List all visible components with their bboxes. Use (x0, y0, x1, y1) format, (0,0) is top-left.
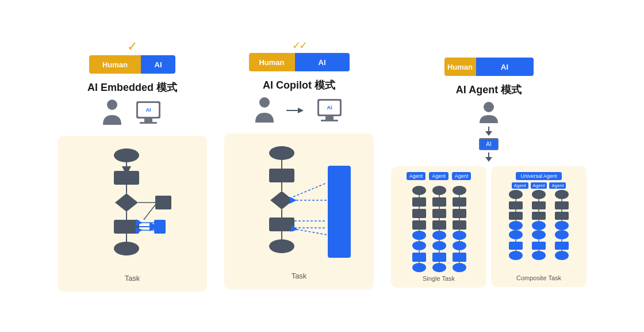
embedded-diagram: Task (57, 136, 207, 292)
embedded-mode-title: AI Embedded 模式 (87, 81, 177, 94)
svg-point-48 (484, 102, 494, 112)
composite-task-label: Composite Task (516, 274, 561, 281)
svg-point-127 (555, 221, 569, 230)
svg-rect-86 (453, 220, 466, 230)
svg-rect-42 (269, 217, 294, 231)
svg-text:AI: AI (327, 105, 332, 110)
svg-point-114 (532, 221, 546, 230)
svg-rect-31 (325, 116, 334, 120)
agent-tags-row: Agent Agent Agent (407, 172, 471, 180)
copilot-icons-row: AI (254, 97, 344, 124)
svg-rect-112 (532, 201, 546, 209)
svg-rect-6 (144, 119, 152, 122)
svg-point-128 (555, 230, 569, 239)
agent-bar-row: Human AI (444, 58, 534, 76)
svg-point-0 (107, 100, 117, 110)
agent-sub-tag-1: Agent (512, 182, 528, 189)
svg-rect-14 (155, 196, 171, 209)
svg-point-47 (269, 239, 294, 253)
svg-rect-85 (453, 209, 466, 218)
embedded-ai-bar: AI (141, 55, 175, 74)
svg-rect-10 (114, 171, 139, 185)
agent-tag-1: Agent (407, 172, 426, 180)
copilot-mode-column: ✓✓ Human AI AI Copilot 模式 AI (224, 40, 374, 289)
copilot-person-icon (254, 97, 275, 124)
copilot-ai-bar: AI (295, 53, 350, 71)
copilot-human-bar: Human (249, 53, 295, 71)
copilot-mode-title: AI Copilot 模式 (263, 78, 335, 92)
svg-point-124 (555, 190, 569, 199)
svg-rect-7 (140, 122, 157, 124)
svg-point-57 (412, 231, 426, 240)
embedded-checkmark: ✓ (127, 40, 137, 53)
svg-point-90 (453, 263, 466, 272)
embedded-bar-row: Human AI (89, 55, 175, 74)
copilot-bar-row: Human AI (249, 53, 350, 71)
composite-task-flow-svg (504, 189, 573, 272)
composite-task-box: Universal Agent Agent Agent Agent (491, 166, 586, 287)
svg-rect-55 (412, 209, 426, 218)
svg-line-16 (144, 205, 155, 220)
svg-rect-17 (114, 220, 139, 234)
embedded-bar-section: ✓ Human AI (89, 40, 175, 74)
agent-sub-tags-row: Agent Agent Agent (512, 182, 566, 189)
svg-rect-103 (509, 242, 523, 250)
agent-human-bar: Human (444, 58, 476, 76)
svg-marker-27 (298, 108, 304, 113)
svg-rect-125 (555, 201, 569, 209)
agent-diagram-area: Agent Agent Agent (391, 166, 586, 288)
embedded-human-bar: Human (89, 55, 141, 74)
svg-point-60 (412, 263, 426, 272)
svg-point-58 (412, 241, 426, 250)
person-icon (102, 99, 122, 127)
svg-rect-70 (432, 209, 446, 218)
embedded-mode-column: ✓ Human AI AI Embedded 模式 AI (57, 40, 207, 292)
agent-icons: AI (478, 101, 499, 162)
svg-rect-19 (154, 220, 166, 234)
agent-tag-3: Agent (452, 172, 471, 180)
svg-point-23 (114, 242, 139, 255)
svg-point-73 (432, 241, 446, 250)
svg-point-115 (532, 230, 546, 239)
copilot-bar-section: ✓✓ Human AI (249, 40, 350, 71)
copilot-arrow-icon (286, 105, 304, 116)
svg-point-68 (432, 186, 446, 195)
svg-rect-33 (328, 166, 351, 258)
svg-rect-56 (412, 220, 426, 230)
svg-marker-52 (485, 157, 492, 162)
svg-rect-99 (509, 201, 523, 209)
single-task-box: Agent Agent Agent (391, 166, 486, 288)
svg-point-102 (509, 230, 523, 239)
agent-sub-tag-3: Agent (549, 182, 566, 189)
svg-rect-126 (555, 212, 569, 220)
copilot-checkmark: ✓✓ (292, 40, 306, 51)
svg-point-101 (509, 221, 523, 230)
svg-point-104 (509, 251, 523, 260)
embedded-flow-svg (75, 145, 190, 266)
svg-point-87 (453, 231, 466, 240)
embedded-icons-row: AI (102, 99, 163, 127)
svg-point-8 (114, 148, 139, 162)
svg-rect-59 (412, 253, 426, 262)
svg-rect-32 (321, 120, 338, 121)
svg-point-72 (432, 231, 446, 240)
svg-point-88 (453, 241, 466, 250)
svg-point-83 (453, 186, 466, 195)
svg-line-45 (294, 229, 327, 235)
embedded-task-label: Task (125, 274, 140, 283)
svg-marker-50 (485, 131, 492, 136)
svg-rect-100 (509, 212, 523, 220)
svg-rect-74 (432, 253, 446, 262)
svg-line-39 (293, 183, 327, 197)
svg-rect-69 (432, 197, 446, 207)
copilot-monitor-icon: AI (315, 97, 344, 124)
svg-point-111 (532, 190, 546, 199)
svg-point-24 (259, 97, 270, 108)
svg-point-130 (555, 251, 569, 260)
svg-rect-84 (453, 197, 466, 207)
agent-tag-2: Agent (429, 172, 448, 180)
copilot-flow-svg (236, 143, 362, 264)
copilot-task-label: Task (292, 272, 307, 280)
svg-rect-113 (532, 212, 546, 220)
main-container: ✓ Human AI AI Embedded 模式 AI (0, 29, 644, 303)
